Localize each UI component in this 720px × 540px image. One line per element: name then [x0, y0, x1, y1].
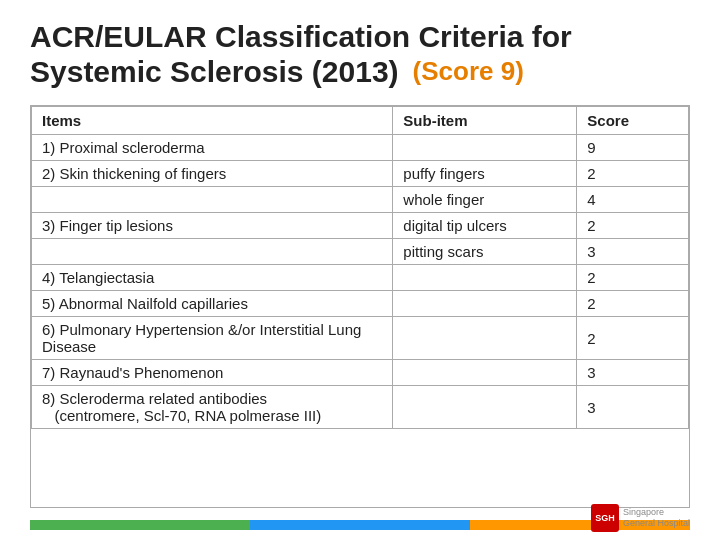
bar-segment-1 [30, 520, 250, 530]
table-row: 2) Skin thickening of fingerspuffy finge… [32, 161, 689, 187]
cell-sub-item [393, 317, 577, 360]
cell-sub-item [393, 135, 577, 161]
title-block: ACR/EULAR Classification Criteria for Sy… [30, 20, 690, 89]
title-line2: Systemic Sclerosis (2013) [30, 55, 399, 90]
table-row: 7) Raynaud's Phenomenon3 [32, 360, 689, 386]
title-line1: ACR/EULAR Classification Criteria for [30, 20, 572, 55]
cell-item: 5) Abnormal Nailfold capillaries [32, 291, 393, 317]
page: ACR/EULAR Classification Criteria for Sy… [0, 0, 720, 540]
cell-sub-item: puffy fingers [393, 161, 577, 187]
cell-sub-item: whole finger [393, 187, 577, 213]
criteria-table-wrapper: Items Sub-item Score 1) Proximal sclerod… [30, 105, 690, 508]
cell-score: 3 [577, 386, 689, 429]
cell-score: 2 [577, 161, 689, 187]
cell-sub-item [393, 386, 577, 429]
cell-sub-item [393, 265, 577, 291]
watermark-line2: General Hospital [623, 518, 690, 529]
cell-score: 2 [577, 317, 689, 360]
cell-score: 3 [577, 360, 689, 386]
cell-item: 7) Raynaud's Phenomenon [32, 360, 393, 386]
table-row: 6) Pulmonary Hypertension &/or Interstit… [32, 317, 689, 360]
table-row: pitting scars3 [32, 239, 689, 265]
header-items: Items [32, 107, 393, 135]
cell-score: 4 [577, 187, 689, 213]
header-sub-item: Sub-item [393, 107, 577, 135]
score-badge: (Score 9) [413, 56, 524, 87]
cell-score: 2 [577, 291, 689, 317]
watermark: Singapore General Hospital [623, 507, 690, 529]
cell-score: 9 [577, 135, 689, 161]
table-row: 5) Abnormal Nailfold capillaries2 [32, 291, 689, 317]
cell-score: 2 [577, 265, 689, 291]
cell-item: 4) Telangiectasia [32, 265, 393, 291]
bar-segment-2 [250, 520, 470, 530]
cell-item [32, 187, 393, 213]
cell-item: 3) Finger tip lesions [32, 213, 393, 239]
cell-item: 6) Pulmonary Hypertension &/or Interstit… [32, 317, 393, 360]
cell-sub-item [393, 360, 577, 386]
cell-sub-item [393, 291, 577, 317]
watermark-line1: Singapore [623, 507, 690, 518]
cell-sub-item: digital tip ulcers [393, 213, 577, 239]
cell-score: 3 [577, 239, 689, 265]
cell-score: 2 [577, 213, 689, 239]
table-row: 1) Proximal scleroderma9 [32, 135, 689, 161]
cell-item: 8) Scleroderma related antibodies (centr… [32, 386, 393, 429]
header-score: Score [577, 107, 689, 135]
cell-item: 1) Proximal scleroderma [32, 135, 393, 161]
table-row: 8) Scleroderma related antibodies (centr… [32, 386, 689, 429]
cell-sub-item: pitting scars [393, 239, 577, 265]
hospital-logo: SGH [591, 504, 619, 532]
table-row: 4) Telangiectasia2 [32, 265, 689, 291]
cell-item: 2) Skin thickening of fingers [32, 161, 393, 187]
cell-item [32, 239, 393, 265]
table-row: whole finger4 [32, 187, 689, 213]
criteria-table: Items Sub-item Score 1) Proximal sclerod… [31, 106, 689, 429]
table-row: 3) Finger tip lesionsdigital tip ulcers2 [32, 213, 689, 239]
